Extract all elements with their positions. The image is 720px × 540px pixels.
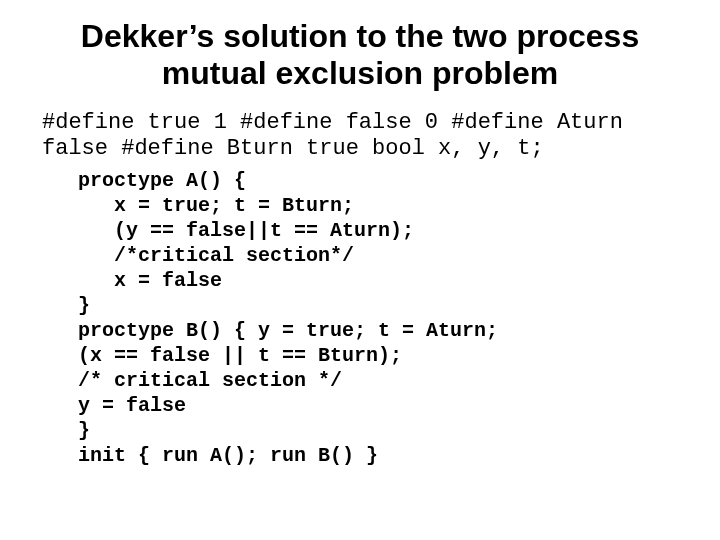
define-block: #define true 1 #define false 0 #define A… xyxy=(42,110,684,162)
slide-title: Dekker’s solution to the two process mut… xyxy=(36,18,684,92)
code-block: proctype A() { x = true; t = Bturn; (y =… xyxy=(78,168,684,468)
slide: Dekker’s solution to the two process mut… xyxy=(0,0,720,540)
